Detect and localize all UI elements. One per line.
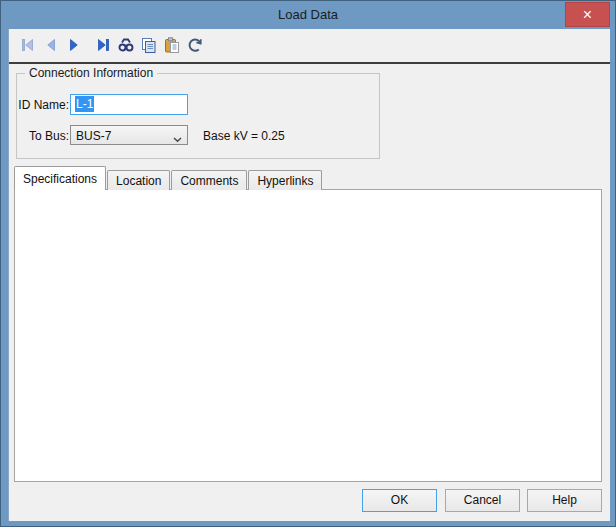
connection-information-legend: Connection Information — [25, 66, 157, 80]
load-data-dialog: Load Data × — [0, 0, 616, 527]
tab-strip: Specifications Location Comments Hyperli… — [14, 166, 323, 190]
help-button[interactable]: Help — [527, 489, 602, 512]
window-title: Load Data — [1, 1, 615, 28]
id-name-label: ID Name: — [17, 98, 69, 112]
to-bus-combobox[interactable]: BUS-7 — [70, 125, 188, 145]
tab-location[interactable]: Location — [107, 170, 170, 190]
to-bus-value: BUS-7 — [76, 129, 111, 143]
tab-comments[interactable]: Comments — [171, 170, 247, 190]
paste-icon[interactable] — [162, 36, 181, 54]
refresh-icon[interactable] — [185, 36, 204, 54]
to-bus-label: To Bus: — [17, 129, 69, 143]
toolbar-separator — [9, 62, 610, 64]
chevron-down-icon — [173, 132, 182, 145]
base-kv-text: Base kV = 0.25 — [203, 129, 285, 143]
connection-information-group: Connection Information — [16, 73, 380, 159]
close-button[interactable]: × — [565, 2, 610, 27]
ok-button[interactable]: OK — [362, 489, 437, 512]
next-record-icon[interactable] — [64, 36, 83, 54]
find-icon[interactable] — [116, 36, 135, 54]
cancel-button[interactable]: Cancel — [445, 489, 520, 512]
close-icon: × — [583, 6, 592, 23]
tab-specifications[interactable]: Specifications — [14, 166, 106, 190]
dialog-body: Connection Information ID Name: L-1 To B… — [8, 29, 610, 521]
first-record-icon[interactable] — [18, 36, 37, 54]
tab-hyperlinks[interactable]: Hyperlinks — [248, 170, 322, 190]
specifications-tab-panel — [14, 189, 602, 482]
last-record-icon[interactable] — [93, 36, 112, 54]
record-toolbar — [9, 29, 610, 61]
titlebar[interactable]: Load Data × — [1, 1, 615, 29]
id-name-input[interactable]: L-1 — [70, 94, 188, 115]
previous-record-icon[interactable] — [41, 36, 60, 54]
id-name-selected-text: L-1 — [75, 96, 94, 112]
copy-icon[interactable] — [139, 36, 158, 54]
